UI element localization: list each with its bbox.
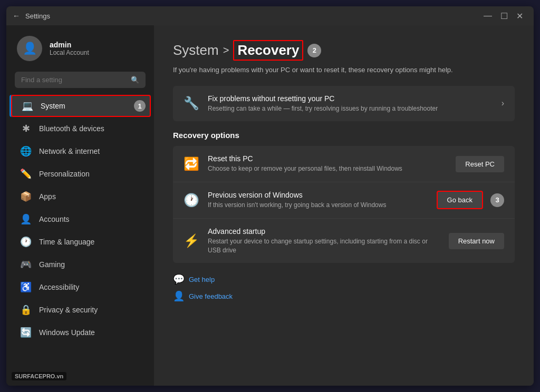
fix-desc: Resetting can take a while — first, try …: [208, 104, 493, 113]
sidebar-label-privacy: Privacy & security: [39, 306, 98, 314]
accounts-icon: 👤: [20, 213, 32, 225]
search-box[interactable]: 🔍: [15, 72, 146, 88]
user-info: admin Local Account: [50, 41, 89, 56]
previous-desc: If this version isn't working, try going…: [208, 201, 428, 210]
sidebar-label-personalization: Personalization: [39, 170, 90, 178]
fix-problems-card[interactable]: 🔧 Fix problems without resetting your PC…: [173, 86, 515, 122]
sidebar-item-update[interactable]: 🔄 Windows Update: [9, 321, 151, 344]
reset-icon: 🔁: [184, 156, 199, 171]
window-body: 👤 admin Local Account 🔍 💻 Sy: [6, 25, 534, 386]
sidebar-item-system[interactable]: 💻 System 1: [9, 95, 151, 117]
search-input[interactable]: [21, 76, 127, 84]
reset-desc: Choose to keep or remove your personal f…: [208, 164, 447, 173]
previous-title: Previous version of Windows: [208, 191, 428, 199]
close-button[interactable]: ✕: [512, 6, 527, 25]
window-title: Settings: [25, 12, 479, 20]
user-role: Local Account: [50, 49, 89, 56]
advanced-icon: ⚡: [184, 233, 199, 248]
advanced-startup-option: ⚡ Advanced startup Restart your device t…: [173, 219, 515, 263]
previous-text: Previous version of Windows If this vers…: [208, 191, 428, 210]
network-icon: 🌐: [20, 145, 32, 157]
titlebar-controls: — ☐ ✕: [479, 6, 527, 25]
reset-pc-option: 🔁 Reset this PC Choose to keep or remove…: [173, 146, 515, 182]
apps-icon: 📦: [20, 191, 32, 202]
breadcrumb: System > Recovery 2: [173, 40, 515, 61]
previous-version-option: 🕐 Previous version of Windows If this ve…: [173, 182, 515, 219]
titlebar: ← Settings — ☐ ✕: [6, 6, 534, 25]
sidebar-label-accounts: Accounts: [39, 215, 70, 223]
sidebar-item-network[interactable]: 🌐 Network & internet: [9, 140, 151, 162]
sidebar-item-apps[interactable]: 📦 Apps: [9, 185, 151, 208]
sidebar-item-personalization[interactable]: ✏️ Personalization: [9, 163, 151, 185]
back-button[interactable]: ←: [13, 12, 20, 20]
fix-arrow-icon: ›: [502, 99, 504, 108]
main-content: System > Recovery 2 If you're having pro…: [154, 25, 534, 386]
recovery-options-group: 🔁 Reset this PC Choose to keep or remove…: [173, 146, 515, 263]
avatar: 👤: [17, 36, 42, 61]
personalization-icon: ✏️: [20, 168, 32, 180]
minimize-button[interactable]: —: [479, 6, 496, 25]
breadcrumb-separator: >: [223, 44, 229, 56]
sidebar-label-bluetooth: Bluetooth & devices: [39, 124, 104, 133]
sidebar-label-network: Network & internet: [39, 147, 100, 155]
advanced-text: Advanced startup Restart your device to …: [208, 227, 440, 255]
sidebar-label-system: System: [41, 102, 65, 110]
restart-now-button[interactable]: Restart now: [449, 233, 504, 249]
bluetooth-icon: ✱: [20, 123, 32, 134]
get-help-link[interactable]: 💬 Get help: [173, 273, 515, 285]
go-back-group: Go back 3: [437, 191, 504, 209]
breadcrumb-current: Recovery: [233, 40, 303, 61]
sidebar-label-apps: Apps: [39, 192, 56, 201]
search-icon: 🔍: [131, 76, 139, 84]
give-feedback-link[interactable]: 👤 Give feedback: [173, 290, 515, 302]
give-feedback-label: Give feedback: [189, 292, 233, 300]
get-help-label: Get help: [189, 276, 215, 283]
fix-text: Fix problems without resetting your PC R…: [208, 94, 493, 113]
help-icon: 💬: [173, 273, 185, 285]
fix-title: Fix problems without resetting your PC: [208, 94, 493, 103]
user-section: 👤 admin Local Account: [6, 25, 154, 70]
advanced-desc: Restart your device to change startup se…: [208, 237, 440, 255]
reset-title: Reset this PC: [208, 154, 447, 163]
reset-pc-button[interactable]: Reset PC: [456, 156, 504, 172]
sidebar: 👤 admin Local Account 🔍 💻 Sy: [6, 25, 154, 386]
sidebar-label-update: Windows Update: [39, 328, 95, 337]
maximize-button[interactable]: ☐: [496, 6, 512, 25]
user-name: admin: [50, 41, 89, 49]
system-icon: 💻: [22, 100, 33, 112]
feedback-icon: 👤: [173, 290, 185, 302]
advanced-title: Advanced startup: [208, 227, 440, 236]
step2-badge: 2: [307, 44, 321, 57]
step3-badge: 3: [490, 193, 504, 207]
update-icon: 🔄: [20, 327, 32, 338]
page-description: If you're having problems with your PC o…: [173, 65, 468, 75]
sidebar-item-accounts[interactable]: 👤 Accounts: [9, 208, 151, 230]
sidebar-label-accessibility: Accessibility: [39, 283, 79, 291]
fix-icon: 🔧: [184, 96, 199, 111]
sidebar-item-accessibility[interactable]: ♿ Accessibility: [9, 276, 151, 298]
reset-text: Reset this PC Choose to keep or remove y…: [208, 154, 447, 173]
step1-badge: 1: [134, 100, 146, 112]
footer-links: 💬 Get help 👤 Give feedback: [173, 273, 515, 302]
sidebar-nav: 💻 System 1 ✱ Bluetooth & devices 🌐 Netwo…: [6, 94, 154, 344]
sidebar-item-bluetooth[interactable]: ✱ Bluetooth & devices: [9, 117, 151, 140]
accessibility-icon: ♿: [20, 281, 32, 293]
go-back-button[interactable]: Go back: [437, 191, 483, 209]
watermark: SURFACEPRO.vn: [12, 372, 66, 380]
sidebar-item-time[interactable]: 🕐 Time & language: [9, 231, 151, 253]
previous-icon: 🕐: [184, 193, 199, 208]
breadcrumb-system: System: [173, 42, 219, 58]
time-icon: 🕐: [20, 236, 32, 248]
gaming-icon: 🎮: [20, 259, 32, 270]
sidebar-label-gaming: Gaming: [39, 260, 65, 269]
sidebar-item-privacy[interactable]: 🔒 Privacy & security: [9, 299, 151, 321]
sidebar-label-time: Time & language: [39, 238, 94, 246]
recovery-options-title: Recovery options: [173, 131, 515, 140]
sidebar-item-gaming[interactable]: 🎮 Gaming: [9, 253, 151, 276]
privacy-icon: 🔒: [20, 304, 32, 316]
